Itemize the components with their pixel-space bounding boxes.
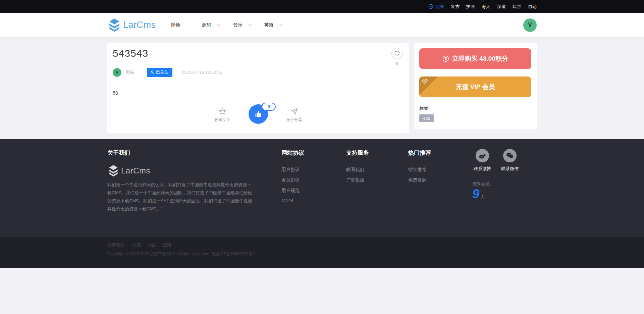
theme-item-sea[interactable]: 海天 xyxy=(482,4,490,10)
author-name[interactable]: 黑猫 xyxy=(125,69,134,75)
like-count-badge: 0 xyxy=(262,103,276,111)
nav-item-source[interactable]: 源码 xyxy=(202,22,233,28)
author-avatar[interactable]: V xyxy=(113,68,121,77)
like-button[interactable]: 0 xyxy=(249,104,268,124)
dollar-circle-icon xyxy=(442,55,449,62)
user-plus-icon xyxy=(151,70,154,74)
footer-about-description: 我们是一个牛逼到炸天的团队，我们打造了中国最牛逼最具性价比的资源下载CMS。我们… xyxy=(107,181,252,213)
footer-link-free-resources[interactable]: 免费资源 xyxy=(408,177,472,183)
article-title: 543543 xyxy=(113,48,404,59)
buy-now-button[interactable]: 立即购买 43.00积分 xyxy=(419,48,531,69)
site-footer: 关于我们 LarCms 我们是一个牛逼到炸天的团队，我们打造了中国最牛逼最具性价… xyxy=(0,139,644,237)
sidebar: 立即购买 43.00积分 充值 VIP 会员 标签 432 xyxy=(414,43,537,129)
footer-social-column: 联系微博 联系微信 优秀会员 9人 xyxy=(472,149,537,213)
user-avatar[interactable]: V xyxy=(523,18,537,32)
star-icon xyxy=(219,108,226,115)
heart-icon[interactable] xyxy=(391,48,403,59)
vip-recharge-button[interactable]: 充值 VIP 会员 xyxy=(419,76,531,97)
members-count: 9 xyxy=(472,187,479,201)
article-card: 0 543543 V 黑猫 已关注 2021-04-16 16:52:55 53 xyxy=(107,43,409,133)
theme-item-bright[interactable]: 明亮 xyxy=(428,4,444,10)
footer-column-title: 支持服务 xyxy=(346,149,408,157)
nav-label: 音乐 xyxy=(233,22,243,28)
bottom-bar: 友情链接: 百度 432 黑猫 Copyright © 2015-2020 资源… xyxy=(0,237,644,268)
article-like-count: 0 xyxy=(390,61,404,66)
excellent-members: 优秀会员 9人 xyxy=(472,181,537,201)
friend-link-heimao[interactable]: 黑猫 xyxy=(163,242,171,248)
chevron-down-icon xyxy=(279,24,283,26)
brand-logo[interactable]: LarCms xyxy=(107,18,156,32)
footer-link-11144[interactable]: 11144 xyxy=(281,198,346,203)
footer-hot-column: 热门推荐 站长推荐 免费资源 xyxy=(408,149,472,213)
chevron-down-icon xyxy=(217,24,221,26)
main-area: 0 543543 V 黑猫 已关注 2021-04-16 16:52:55 53 xyxy=(0,37,644,139)
nav-label: 英语 xyxy=(264,22,274,28)
footer-brand-logo[interactable]: LarCms xyxy=(107,165,281,177)
page-end-spacer xyxy=(0,268,644,314)
article-content: 53 xyxy=(113,90,404,96)
follow-badge-label: 已关注 xyxy=(156,69,169,75)
footer-link-user-agreement[interactable]: 用户协议 xyxy=(281,167,346,173)
footer-column-title: 热门推荐 xyxy=(408,149,472,157)
article-like-widget: 0 xyxy=(390,48,404,66)
send-icon xyxy=(291,108,298,115)
footer-link-webmaster-picks[interactable]: 站长推荐 xyxy=(408,167,472,173)
footer-link-member-agreement[interactable]: 会员协议 xyxy=(281,177,346,183)
wechat-icon xyxy=(503,149,517,162)
follow-badge[interactable]: 已关注 xyxy=(147,68,172,77)
footer-link-contact-us[interactable]: 联系我们 xyxy=(346,167,408,173)
tag-item[interactable]: 432 xyxy=(419,114,434,122)
footer-support-column: 支持服务 联系我们 广告投放 xyxy=(346,149,408,213)
theme-item-dark[interactable]: 暗黑 xyxy=(513,4,521,10)
nav-label: 源码 xyxy=(202,22,211,28)
nav-item-music[interactable]: 音乐 xyxy=(233,22,264,28)
weibo-contact[interactable]: 联系微博 xyxy=(472,149,492,172)
footer-link-advertising[interactable]: 广告投放 xyxy=(346,177,408,183)
friend-link-baidu[interactable]: 百度 xyxy=(132,242,141,248)
article-actions: 收藏文章 0 xyxy=(113,107,404,124)
members-unit: 人 xyxy=(480,194,485,199)
favorite-button[interactable]: 收藏文章 xyxy=(212,108,233,123)
footer-about-column: 关于我们 LarCms 我们是一个牛逼到炸天的团队，我们打造了中国最牛逼最具性价… xyxy=(107,149,281,213)
share-label: 乐于分享 xyxy=(283,117,305,123)
theme-topbar: 明亮 复古 护眼 海天 深邃 暗黑 自动 xyxy=(0,0,644,13)
nav-item-english[interactable]: 英语 xyxy=(264,22,296,28)
weibo-label: 联系微博 xyxy=(472,166,492,172)
larcms-logo-icon xyxy=(107,165,119,177)
footer-protocol-column: 网站协议 用户协议 会员协议 用户规范 11144 xyxy=(281,149,346,213)
check-circle-icon xyxy=(428,4,433,9)
nav-item-video[interactable]: 视频 xyxy=(171,22,202,28)
favorite-label: 收藏文章 xyxy=(212,117,233,123)
author-row: V 黑猫 已关注 2021-04-16 16:52:55 xyxy=(113,68,404,77)
thumbs-up-icon xyxy=(255,110,262,118)
theme-item-deep[interactable]: 深邃 xyxy=(497,4,506,10)
footer-brand-name: LarCms xyxy=(121,166,150,175)
theme-item-retro[interactable]: 复古 xyxy=(451,4,460,10)
chevron-down-icon xyxy=(248,24,252,26)
wechat-contact[interactable]: 联系微信 xyxy=(500,149,520,172)
copyright-text: Copyright © 2015-2020 资源下载CMS. All right… xyxy=(107,251,537,257)
footer-column-title: 网站协议 xyxy=(281,149,346,157)
weibo-icon xyxy=(476,149,489,162)
vip-recharge-label: 充值 VIP 会员 xyxy=(456,83,495,91)
nav-label: 视频 xyxy=(171,22,180,28)
larcms-logo-icon xyxy=(107,18,121,32)
friend-link-432[interactable]: 432 xyxy=(148,243,155,248)
friend-links-row: 友情链接: 百度 432 黑猫 xyxy=(107,242,537,248)
site-header: LarCms 视频 源码 音乐 英语 xyxy=(0,13,644,37)
footer-link-user-rules[interactable]: 用户规范 xyxy=(281,188,346,194)
theme-item-auto[interactable]: 自动 xyxy=(528,4,537,10)
main-nav: 视频 源码 音乐 英语 xyxy=(171,22,296,28)
buy-now-label: 立即购买 43.00积分 xyxy=(452,54,508,63)
members-label: 优秀会员 xyxy=(472,181,537,187)
theme-label: 明亮 xyxy=(435,4,444,10)
friend-links-label: 友情链接: xyxy=(107,242,125,248)
brand-name: LarCms xyxy=(123,20,156,30)
publish-timestamp: 2021-04-16 16:52:55 xyxy=(182,70,222,75)
footer-about-title: 关于我们 xyxy=(107,149,281,157)
wechat-label: 联系微信 xyxy=(500,166,520,172)
theme-item-eyecare[interactable]: 护眼 xyxy=(466,4,475,10)
tags-title: 标签 xyxy=(419,105,531,111)
gem-icon xyxy=(422,79,428,84)
share-button[interactable]: 乐于分享 xyxy=(283,108,305,123)
